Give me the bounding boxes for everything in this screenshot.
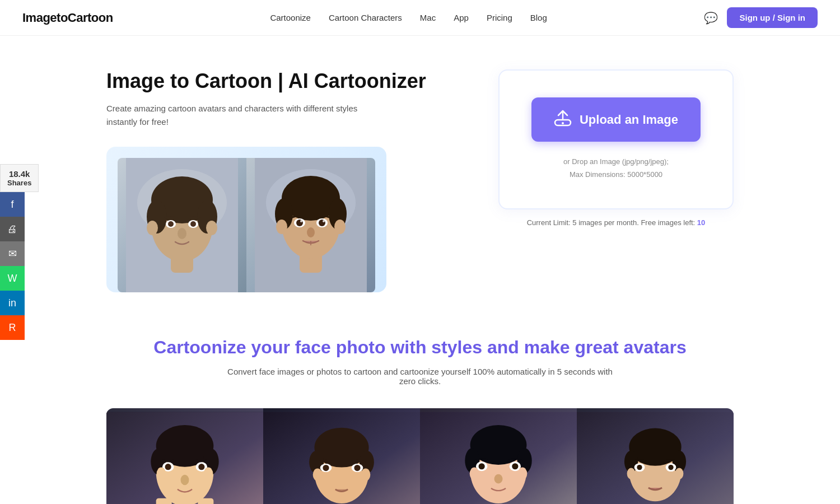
svg-point-67 [512, 463, 518, 469]
section-title: Cartoonize your face photo with styles a… [106, 337, 734, 358]
nav-links: Cartoonize Cartoon Characters Mac App Pr… [270, 13, 547, 22]
svg-point-29 [307, 227, 315, 237]
svg-point-57 [313, 468, 323, 480]
svg-point-27 [300, 220, 302, 222]
svg-point-11 [168, 221, 174, 227]
current-limit: Current Limit: 5 images per month. Free … [498, 218, 734, 227]
facebook-share-button[interactable]: f [0, 192, 25, 217]
gallery-item-3 [420, 408, 577, 504]
whatsapp-share-button[interactable]: W [0, 266, 25, 291]
upload-button[interactable]: Upload an Image [531, 97, 701, 142]
svg-point-55 [323, 465, 329, 471]
bottom-section: Cartoonize your face photo with styles a… [106, 337, 734, 504]
nav-cartoon-characters[interactable]: Cartoon Characters [329, 13, 402, 22]
gallery [106, 408, 734, 504]
nav-right: 💬 Sign up / Sign in [704, 7, 818, 28]
svg-point-7 [147, 221, 158, 235]
face-photo-right [246, 158, 375, 292]
signup-button[interactable]: Sign up / Sign in [727, 7, 818, 28]
section-description: Convert face images or photos to cartoon… [224, 367, 616, 386]
social-sidebar: 18.4k Shares f 🖨 ✉ W in R [0, 164, 39, 340]
hero-image-container [106, 147, 386, 292]
share-count: 18.4k Shares [0, 164, 39, 192]
upload-label: Upload an Image [580, 113, 678, 127]
main-content: Image to Cartoon | AI Cartoonizer Create… [84, 36, 756, 504]
svg-rect-44 [156, 498, 172, 504]
gallery-item-2 [263, 408, 420, 504]
svg-point-42 [198, 464, 204, 470]
nav-pricing[interactable]: Pricing [487, 13, 512, 22]
message-icon[interactable]: 💬 [704, 11, 718, 25]
limit-number: 10 [697, 218, 705, 227]
face-photo-left [118, 158, 246, 292]
svg-point-78 [637, 465, 642, 470]
linkedin-share-button[interactable]: in [0, 291, 25, 315]
gallery-item-4 [577, 408, 734, 504]
print-share-button[interactable]: 🖨 [0, 217, 25, 241]
hero-right: Upload an Image or Drop an Image (jpg/pn… [498, 69, 734, 227]
svg-point-46 [157, 468, 166, 480]
svg-point-56 [354, 465, 360, 471]
svg-point-22 [334, 220, 346, 234]
nav-mac[interactable]: Mac [420, 13, 436, 22]
hero-title: Image to Cartoon | AI Cartoonizer [106, 69, 472, 93]
hero-section: Image to Cartoon | AI Cartoonizer Create… [106, 69, 734, 292]
svg-point-68 [494, 474, 503, 484]
svg-rect-45 [198, 498, 213, 504]
upload-hint: or Drop an Image (jpg/png/jpeg); Max Dim… [517, 155, 715, 181]
nav-cartoonize[interactable]: Cartoonize [270, 13, 311, 22]
svg-point-43 [181, 475, 189, 486]
svg-point-13 [178, 228, 186, 239]
svg-point-79 [668, 465, 673, 470]
email-share-button[interactable]: ✉ [0, 241, 25, 266]
svg-point-21 [276, 220, 287, 234]
gallery-item-1 [106, 408, 263, 504]
svg-point-81 [675, 468, 683, 480]
svg-point-47 [204, 468, 213, 480]
svg-point-66 [479, 463, 485, 469]
svg-point-28 [323, 220, 325, 222]
nav-blog[interactable]: Blog [530, 13, 547, 22]
svg-point-41 [165, 464, 171, 470]
hero-left: Image to Cartoon | AI Cartoonizer Create… [106, 69, 472, 292]
svg-point-70 [518, 468, 528, 480]
reddit-share-button[interactable]: R [0, 315, 25, 340]
logo[interactable]: ImagetoCartoon [22, 11, 113, 25]
svg-point-58 [361, 468, 371, 480]
svg-point-12 [190, 221, 196, 227]
hero-image-wrapper [118, 158, 375, 292]
upload-icon [554, 109, 572, 130]
upload-card: Upload an Image or Drop an Image (jpg/pn… [498, 69, 734, 209]
navbar: ImagetoCartoon Cartoonize Cartoon Charac… [0, 0, 840, 36]
svg-point-69 [470, 468, 479, 480]
nav-app[interactable]: App [454, 13, 469, 22]
svg-point-80 [627, 468, 636, 480]
hero-description: Create amazing cartoon avatars and chara… [106, 102, 375, 129]
svg-point-8 [206, 221, 217, 235]
svg-point-32 [562, 122, 564, 124]
